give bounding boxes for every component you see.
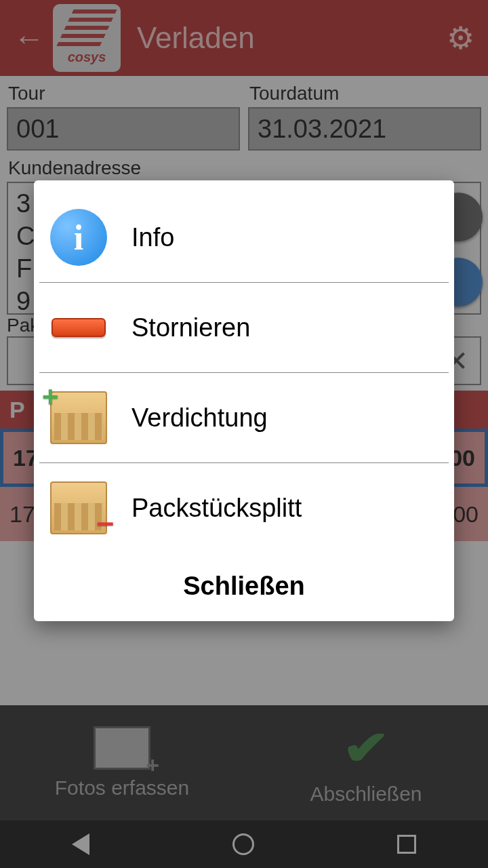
dialog-item-label: Stornieren	[131, 313, 250, 342]
dialog-item-info[interactable]: i Info	[39, 193, 449, 283]
dialog-close-button[interactable]: Schließen	[34, 553, 454, 608]
dialog-item-verdichtung[interactable]: Verdichtung	[39, 373, 449, 463]
cancel-icon	[52, 318, 106, 337]
dialog-item-label: Packstücksplitt	[131, 494, 302, 523]
dialog-item-label: Info	[131, 223, 174, 252]
crate-split-icon	[50, 481, 107, 534]
crate-add-icon	[50, 391, 107, 444]
info-icon: i	[50, 209, 107, 266]
dialog-item-stornieren[interactable]: Stornieren	[39, 283, 449, 373]
context-dialog: i Info Stornieren Verdichtung Packstücks…	[34, 180, 454, 621]
dialog-item-packsplit[interactable]: Packstücksplitt	[39, 463, 449, 553]
dialog-item-label: Verdichtung	[131, 403, 268, 433]
